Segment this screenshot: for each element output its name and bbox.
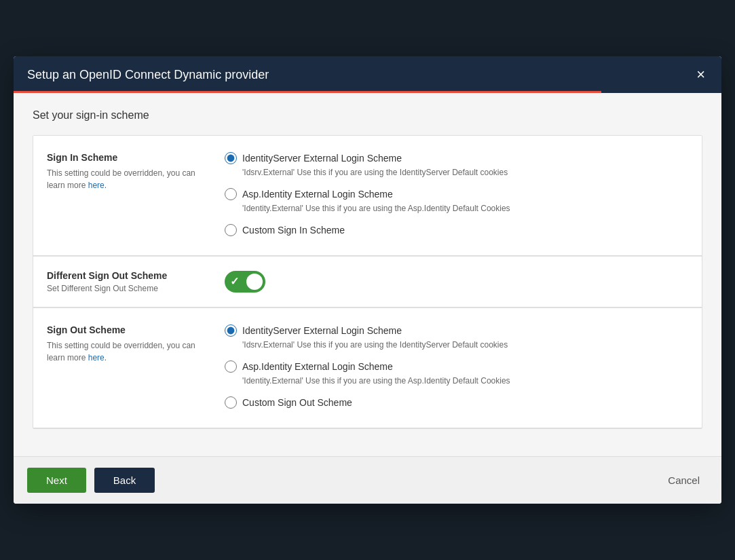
- sign-in-radio-3[interactable]: [225, 224, 237, 236]
- sign-in-radio-1[interactable]: [225, 152, 237, 164]
- sign-in-label-1[interactable]: IdentityServer External Login Scheme: [242, 153, 402, 164]
- different-sign-out-label: Different Sign Out Scheme: [47, 270, 203, 281]
- sign-out-label-1[interactable]: IdentityServer External Login Scheme: [242, 325, 402, 336]
- page-subtitle: Set your sign-in scheme: [33, 109, 702, 122]
- different-sign-out-toggle[interactable]: ✓: [225, 271, 265, 293]
- modal: Setup an OpenID Connect Dynamic provider…: [14, 56, 721, 503]
- modal-header: Setup an OpenID Connect Dynamic provider…: [14, 56, 721, 93]
- sign-out-hint-2: 'Identity.External' Use this if you are …: [242, 375, 688, 387]
- close-button[interactable]: ×: [694, 67, 708, 82]
- back-button[interactable]: Back: [94, 468, 155, 493]
- modal-backdrop: Setup an OpenID Connect Dynamic provider…: [0, 0, 735, 560]
- sign-in-scheme-row: Sign In Scheme This setting could be ove…: [33, 136, 702, 256]
- different-sign-out-row: Different Sign Out Scheme Set Different …: [33, 257, 702, 307]
- next-button[interactable]: Next: [27, 468, 86, 493]
- sign-out-label-3[interactable]: Custom Sign Out Scheme: [242, 397, 352, 408]
- modal-footer: Next Back Cancel: [14, 456, 721, 504]
- sign-out-scheme-row: Sign Out Scheme This setting could be ov…: [33, 308, 702, 428]
- sign-out-radio-2[interactable]: [225, 360, 237, 373]
- different-sign-out-label-col: Different Sign Out Scheme Set Different …: [47, 270, 203, 293]
- sign-in-radio-2[interactable]: [225, 188, 237, 200]
- sign-in-scheme-label: Sign In Scheme: [47, 152, 203, 163]
- sign-out-options-col: IdentityServer External Login Scheme 'Id…: [225, 324, 688, 411]
- sign-out-option-2: Asp.Identity External Login Scheme: [225, 360, 688, 373]
- sign-out-radio-1[interactable]: [225, 324, 237, 337]
- different-sign-out-desc: Set Different Sign Out Scheme: [47, 284, 203, 293]
- sign-in-hint-1: 'Idsrv.External' Use this if you are usi…: [242, 167, 688, 179]
- sign-out-option-1: IdentityServer External Login Scheme: [225, 324, 688, 337]
- toggle-check-icon: ✓: [230, 275, 239, 288]
- sign-in-options-col: IdentityServer External Login Scheme 'Id…: [225, 152, 688, 239]
- sign-out-scheme-desc: This setting could be overridden, you ca…: [47, 339, 203, 364]
- sign-in-learn-more-link[interactable]: here.: [88, 181, 107, 190]
- toggle-thumb: [246, 274, 263, 290]
- settings-container: Sign In Scheme This setting could be ove…: [33, 135, 702, 428]
- modal-body: Set your sign-in scheme Sign In Scheme T…: [14, 93, 721, 455]
- sign-out-radio-3[interactable]: [225, 396, 237, 409]
- sign-in-scheme-desc: This setting could be overridden, you ca…: [47, 167, 203, 191]
- sign-in-option-2: Asp.Identity External Login Scheme: [225, 188, 688, 200]
- sign-in-label-2[interactable]: Asp.Identity External Login Scheme: [242, 189, 393, 200]
- sign-in-option-1: IdentityServer External Login Scheme: [225, 152, 688, 164]
- sign-out-option-3: Custom Sign Out Scheme: [225, 396, 688, 409]
- sign-out-scheme-label: Sign Out Scheme: [47, 324, 203, 335]
- sign-out-label-2[interactable]: Asp.Identity External Login Scheme: [242, 361, 393, 372]
- toggle-track: ✓: [225, 271, 265, 293]
- cancel-button[interactable]: Cancel: [660, 468, 708, 493]
- sign-in-label-col: Sign In Scheme This setting could be ove…: [47, 152, 203, 239]
- sign-out-learn-more-link[interactable]: here.: [88, 353, 107, 362]
- sign-in-hint-2: 'Identity.External' Use this if you are …: [242, 203, 688, 214]
- sign-in-option-3: Custom Sign In Scheme: [225, 224, 688, 236]
- modal-title: Setup an OpenID Connect Dynamic provider: [27, 68, 269, 82]
- sign-out-label-col: Sign Out Scheme This setting could be ov…: [47, 324, 203, 411]
- sign-in-label-3[interactable]: Custom Sign In Scheme: [242, 225, 345, 236]
- sign-out-hint-1: 'Idsrv.External' Use this if you are usi…: [242, 339, 688, 351]
